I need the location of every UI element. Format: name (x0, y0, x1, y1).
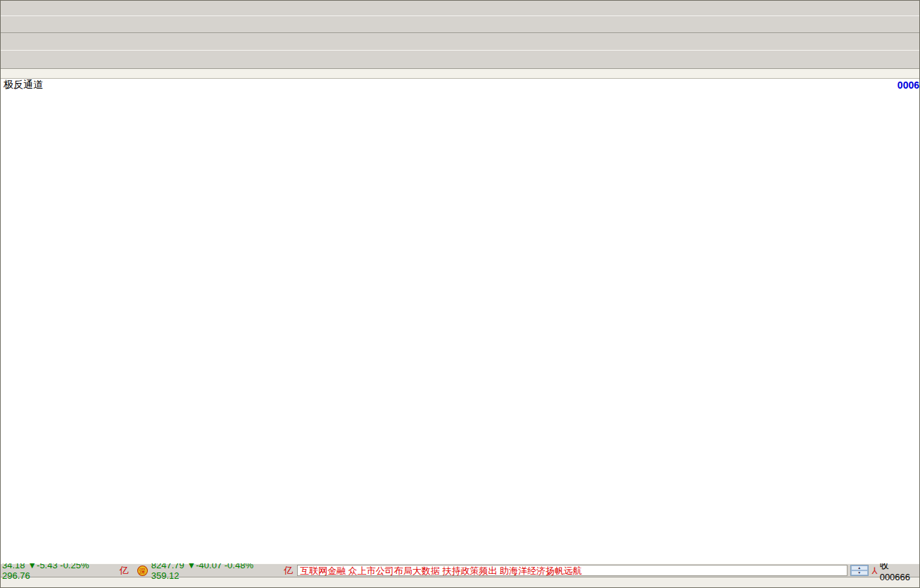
stock-code-entry[interactable]: 0006 (897, 79, 919, 91)
navigation-toolbar (1, 33, 919, 51)
spin-down-icon[interactable]: ▼ (851, 570, 868, 575)
spinner-control[interactable]: ▲▼ (850, 565, 869, 576)
antenna-icon: ⅄ (872, 565, 878, 576)
indicator-name: 极反通道 (4, 79, 43, 91)
menu-bar (1, 1, 919, 16)
date-axis (1, 69, 919, 79)
drawing-tools-toolbar (1, 51, 919, 69)
quote-info-bar (1, 577, 919, 588)
spin-up-icon[interactable]: ▲ (851, 565, 868, 570)
candlestick-chart[interactable] (1, 91, 920, 563)
gann-objects-toolbar (1, 16, 919, 33)
shenzhen-exchange-icon: 深 (137, 565, 148, 576)
trading-app-window: 极反通道 0006 34.18 ▼-5.43 -0.25% 296.76亿 深 … (0, 0, 920, 588)
price-chart-canvas[interactable] (1, 91, 920, 563)
indicator-header: 极反通道 0006 (1, 79, 919, 91)
news-ticker: 互联网金融 众上市公司布局大数据 扶持政策频出 助海洋经济扬帆远航 (297, 565, 847, 576)
